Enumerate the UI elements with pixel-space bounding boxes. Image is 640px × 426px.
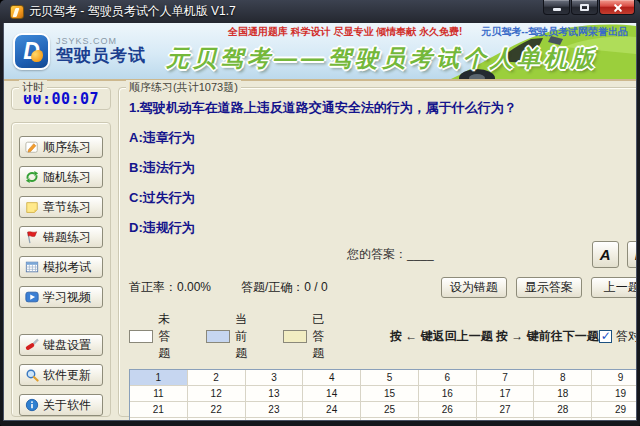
grid-cell-33[interactable]: 33 [246, 418, 304, 421]
question-text: 1.驾驶机动车在道路上违反道路交通安全法的行为，属于什么行为？ [129, 99, 637, 117]
your-answer-blank: ____ [407, 247, 434, 261]
banner-area: 全国通用题库 科学设计 尽显专业 倾情奉献 永久免费! 元贝驾考--驾驶员考试网… [162, 23, 636, 79]
shuffle-icon [25, 170, 39, 184]
grid-cell-7[interactable]: 7 [477, 370, 535, 386]
grid-cell-2[interactable]: 2 [188, 370, 246, 386]
sidebar-item-keyboard-settings[interactable]: 键盘设置 [19, 334, 103, 356]
answer-button-b[interactable]: B [627, 241, 637, 268]
app-icon [10, 5, 24, 19]
minimize-button[interactable] [543, 0, 570, 15]
grid-cell-8[interactable]: 8 [534, 370, 592, 386]
legend-label: 已答题 [312, 311, 336, 362]
sidebar-item-label: 随机练习 [43, 169, 91, 186]
banner-slogan: 元贝驾考——驾驶员考试个人单机版 [166, 43, 598, 74]
close-button[interactable] [599, 0, 635, 15]
answered-swatch [283, 330, 307, 343]
grid-cell-12[interactable]: 12 [188, 386, 246, 402]
grid-cell-21[interactable]: 21 [130, 402, 188, 418]
action-buttons: 设为错题 显示答案 上一题 下一题 [441, 277, 637, 298]
option-c: C:过失行为 [129, 189, 637, 207]
grid-cell-6[interactable]: 6 [419, 370, 477, 386]
grid-cell-17[interactable]: 17 [477, 386, 535, 402]
answer-button-a[interactable]: A [592, 241, 619, 268]
grid-cell-1[interactable]: 1 [130, 370, 188, 386]
grid-cell-26[interactable]: 26 [419, 402, 477, 418]
grid-cell-19[interactable]: 19 [592, 386, 637, 402]
legend-label: 当前题 [235, 311, 259, 362]
grid-cell-16[interactable]: 16 [419, 386, 477, 402]
header-banner: D JSYKS.COM 驾驶员考试 全国通用题库 [4, 23, 636, 81]
auto-next-checkbox[interactable] [599, 330, 612, 343]
sidebar-item-label: 关于软件 [43, 397, 91, 414]
grid-cell-18[interactable]: 18 [534, 386, 592, 402]
previous-question-button[interactable]: 上一题 [591, 277, 637, 298]
sidebar-item-wrong-questions[interactable]: 错题练习 [19, 226, 103, 248]
sidebar-item-label: 错题练习 [43, 229, 91, 246]
sidebar-item-about-software[interactable]: 关于软件 [19, 394, 103, 416]
grid-cell-15[interactable]: 15 [361, 386, 419, 402]
grid-cell-32[interactable]: 32 [188, 418, 246, 421]
grid-cell-22[interactable]: 22 [188, 402, 246, 418]
app-logo: D JSYKS.COM 驾驶员考试 [4, 23, 162, 79]
sidebar-item-study-videos[interactable]: 学习视频 [19, 286, 103, 308]
first-correct-rate-label: 首正率： [129, 280, 177, 294]
sidebar-item-label: 键盘设置 [43, 337, 91, 354]
magnifier-icon [25, 368, 39, 382]
sidebar-item-label: 软件更新 [43, 367, 91, 384]
grid-cell-27[interactable]: 27 [477, 402, 535, 418]
grid-cell-29[interactable]: 29 [592, 402, 637, 418]
sidebar-item-sequential-practice[interactable]: 顺序练习 [19, 136, 103, 158]
grid-cell-35[interactable]: 35 [361, 418, 419, 421]
legend-answered: 已答题 [283, 311, 336, 362]
mark-wrong-button[interactable]: 设为错题 [441, 277, 507, 298]
grid-cell-25[interactable]: 25 [361, 402, 419, 418]
grid-cell-37[interactable]: 37 [477, 418, 535, 421]
answer-buttons: A B C D [592, 241, 637, 268]
grid-cell-24[interactable]: 24 [303, 402, 361, 418]
sidebar-item-label: 章节练习 [43, 199, 91, 216]
grid-cell-13[interactable]: 13 [246, 386, 304, 402]
grid-cell-39[interactable]: 39 [592, 418, 637, 421]
grid-cell-5[interactable]: 5 [361, 370, 419, 386]
grid-cell-3[interactable]: 3 [246, 370, 304, 386]
grid-cell-9[interactable]: 9 [592, 370, 637, 386]
option-b: B:违法行为 [129, 159, 637, 177]
question-grid-container: 1234567891011121314151617181920212223242… [129, 369, 637, 421]
option-a: A:违章行为 [129, 129, 637, 147]
close-icon [613, 3, 622, 12]
grid-cell-14[interactable]: 14 [303, 386, 361, 402]
auto-next-option[interactable]: 答对自动转到下一题 [599, 328, 637, 345]
grid-cell-36[interactable]: 36 [419, 418, 477, 421]
maximize-button[interactable] [571, 0, 598, 15]
quiz-group-title: 顺序练习(共计1073题) [126, 80, 241, 95]
answered-stat-label: 答题/正确： [241, 280, 304, 294]
minimize-icon [553, 8, 561, 11]
legend-unanswered: 未答题 [129, 311, 182, 362]
window-content: D JSYKS.COM 驾驶员考试 全国通用题库 [3, 23, 637, 421]
question-grid: 1234567891011121314151617181920212223242… [130, 370, 637, 421]
show-answer-button[interactable]: 显示答案 [516, 277, 582, 298]
sidebar-item-mock-exam[interactable]: 模拟考试 [19, 256, 103, 278]
logo-spark-icon [31, 50, 43, 62]
your-answer-text: 您的答案：____ [347, 246, 434, 263]
quiz-panel: 顺序练习(共计1073题) 1.驾驶机动车在道路上违反道路交通安全法的行为，属于… [118, 87, 637, 417]
grid-cell-4[interactable]: 4 [303, 370, 361, 386]
banner-credit: 元贝驾考--驾驶员考试网荣誉出品 [481, 25, 628, 39]
titlebar[interactable]: 元贝驾考 - 驾驶员考试个人单机版 V1.7 [3, 0, 637, 23]
grid-cell-31[interactable]: 31 [130, 418, 188, 421]
grid-cell-11[interactable]: 11 [130, 386, 188, 402]
flag-icon [25, 230, 39, 244]
grid-cell-34[interactable]: 34 [303, 418, 361, 421]
grid-cell-28[interactable]: 28 [534, 402, 592, 418]
sidebar-item-random-practice[interactable]: 随机练习 [19, 166, 103, 188]
answered-correct-stat: 答题/正确：0 / 0 [241, 279, 328, 296]
legend-current: 当前题 [206, 311, 259, 362]
current-swatch [206, 330, 230, 343]
grid-cell-23[interactable]: 23 [246, 402, 304, 418]
grid-cell-38[interactable]: 38 [534, 418, 592, 421]
note-icon [25, 200, 39, 214]
sidebar-item-chapter-practice[interactable]: 章节练习 [19, 196, 103, 218]
sidebar: 计时 00:00:07 顺序练习 随机练习 章节练习 [11, 87, 111, 417]
first-correct-rate: 首正率：0.00% [129, 279, 241, 296]
sidebar-item-software-update[interactable]: 软件更新 [19, 364, 103, 386]
